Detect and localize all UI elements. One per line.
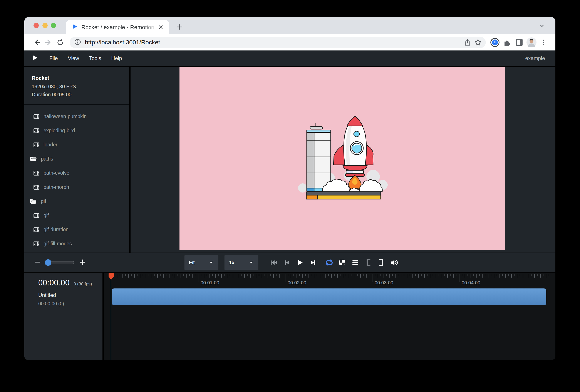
browser-tab[interactable]: Rocket / example - Remotion Pr xyxy=(66,20,169,34)
back-icon[interactable] xyxy=(31,36,43,48)
menu-item-file[interactable]: File xyxy=(44,53,63,64)
sidebar-composition-halloween-pumpkin[interactable]: halloween-pumpkin xyxy=(24,110,129,124)
timeline-rows-icon[interactable] xyxy=(351,258,360,267)
chevron-down-icon xyxy=(209,261,214,264)
tab-close-icon[interactable] xyxy=(157,23,164,31)
traffic-light-zoom[interactable] xyxy=(51,23,56,28)
rocket-illustration xyxy=(296,113,388,204)
ruler-time-label: 00:01.00 xyxy=(201,280,219,286)
current-timecode: 00:00.00 xyxy=(38,278,70,287)
track-start-time: 00:00.00 (0) xyxy=(38,301,103,306)
speed-dropdown[interactable]: 1x xyxy=(224,255,259,270)
traffic-light-minimize[interactable] xyxy=(42,23,48,28)
extensions-puzzle-icon[interactable] xyxy=(501,36,513,48)
ruler-second-tick xyxy=(198,274,198,282)
folder-open-icon xyxy=(30,156,37,162)
remotion-favicon-icon xyxy=(72,24,77,31)
share-icon[interactable] xyxy=(462,37,473,48)
menu-item-view[interactable]: View xyxy=(63,53,84,64)
playhead-line[interactable] xyxy=(111,272,111,360)
sidebar-composition-path-morph[interactable]: path-morph xyxy=(24,180,129,194)
menu-item-tools[interactable]: Tools xyxy=(84,53,106,64)
url-bar: http://localhost:3001/Rocket xyxy=(24,34,555,50)
menu-items: FileViewToolsHelp xyxy=(44,53,127,64)
film-icon xyxy=(33,184,39,190)
new-tab-button[interactable] xyxy=(174,22,185,32)
composition-list: halloween-pumpkinexploding-birdloaderpat… xyxy=(24,105,129,253)
sidebar-item-label: halloween-pumpkin xyxy=(43,114,87,120)
timeline: 00:00.00 0 (30 fps) Untitled 00:00.00 (0… xyxy=(24,272,555,360)
volume-icon[interactable] xyxy=(390,258,399,267)
film-icon xyxy=(33,142,39,148)
composition-resolution: 1920x1080, 30 FPS xyxy=(32,84,125,90)
transparency-checkerboard-icon[interactable] xyxy=(338,258,347,267)
composition-name: Rocket xyxy=(32,75,125,81)
sidebar-composition-loader[interactable]: loader xyxy=(24,138,129,152)
film-icon xyxy=(33,227,39,233)
tab-search-chevron-icon[interactable] xyxy=(539,23,545,29)
bookmark-star-icon[interactable] xyxy=(473,37,483,48)
onepassword-extension-icon[interactable] xyxy=(489,36,501,48)
ruler-time-label: 00:02.00 xyxy=(288,280,306,286)
zoom-slider-thumb[interactable] xyxy=(45,259,51,266)
sidebar-composition-gif[interactable]: gif xyxy=(24,208,129,223)
sidebar-composition-exploding-bird[interactable]: exploding-bird xyxy=(24,124,129,138)
sidebar-extension-icon[interactable] xyxy=(513,36,525,48)
sidebar-composition-path-evolve[interactable]: path-evolve xyxy=(24,166,129,180)
film-icon xyxy=(33,114,39,120)
menu-item-help[interactable]: Help xyxy=(106,53,127,64)
sequence-track-bar[interactable] xyxy=(112,288,546,305)
zoom-slider[interactable] xyxy=(46,261,74,264)
forward-icon[interactable] xyxy=(43,36,54,48)
skip-to-start-icon[interactable] xyxy=(269,258,279,267)
ruler-second-tick xyxy=(459,274,459,282)
transport-controls xyxy=(269,258,399,267)
reload-icon[interactable] xyxy=(54,36,66,48)
play-icon[interactable] xyxy=(295,258,304,267)
preview-area xyxy=(131,67,555,253)
in-point-bracket-icon[interactable] xyxy=(364,258,373,267)
composition-duration: Duration 00:05.00 xyxy=(32,92,125,98)
url-text[interactable]: http://localhost:3001/Rocket xyxy=(85,39,462,46)
sidebar-item-label: path-morph xyxy=(43,184,69,190)
sidebar-item-label: exploding-bird xyxy=(43,128,75,133)
timeline-tracks[interactable]: 00:01.0000:02.0000:03.0000:04.00 xyxy=(104,272,555,360)
sidebar-item-label: gif-duration xyxy=(43,227,69,233)
compositions-sidebar: Rocket 1920x1080, 30 FPS Duration 00:05.… xyxy=(24,67,131,253)
sidebar-item-label: gif xyxy=(43,213,49,218)
ruler-second-tick xyxy=(372,274,372,282)
browser-menu-dots-icon[interactable] xyxy=(538,36,550,48)
zoom-out-icon[interactable] xyxy=(34,259,41,266)
ruler-time-label: 00:04.00 xyxy=(462,280,480,286)
next-frame-icon[interactable] xyxy=(308,258,318,267)
sidebar-item-label: path-evolve xyxy=(43,170,69,176)
remotion-logo-icon[interactable] xyxy=(32,55,38,62)
sidebar-folder-gif[interactable]: gif xyxy=(24,194,129,208)
composition-info: Rocket 1920x1080, 30 FPS Duration 00:05.… xyxy=(24,67,129,98)
loop-icon[interactable] xyxy=(325,258,334,267)
profile-avatar[interactable] xyxy=(525,36,538,48)
film-icon xyxy=(33,213,39,219)
ruler-time-label: 00:03.00 xyxy=(375,280,393,286)
sidebar-composition-gif-fill-modes[interactable]: gif-fill-modes xyxy=(24,237,129,251)
sidebar-item-label: loader xyxy=(43,142,57,148)
tab-bar: Rocket / example - Remotion Pr xyxy=(24,17,555,34)
chevron-down-icon xyxy=(249,261,254,264)
speed-dropdown-value: 1x xyxy=(229,260,234,265)
size-dropdown[interactable]: Fit xyxy=(184,255,218,270)
current-frame-info: 0 (30 fps) xyxy=(74,281,92,286)
address-field[interactable]: http://localhost:3001/Rocket xyxy=(70,37,486,48)
size-dropdown-value: Fit xyxy=(189,260,195,265)
sidebar-folder-paths[interactable]: paths xyxy=(24,152,129,166)
site-info-icon[interactable] xyxy=(74,38,81,47)
folder-open-icon xyxy=(30,199,37,204)
sidebar-item-label: paths xyxy=(41,156,53,162)
previous-frame-icon[interactable] xyxy=(282,258,291,267)
sidebar-item-label: gif-fill-modes xyxy=(43,241,72,247)
playhead-handle[interactable] xyxy=(108,272,114,281)
video-canvas[interactable] xyxy=(179,67,505,250)
zoom-in-icon[interactable] xyxy=(79,259,86,266)
traffic-light-close[interactable] xyxy=(33,23,39,28)
sidebar-composition-gif-duration[interactable]: gif-duration xyxy=(24,223,129,237)
out-point-bracket-icon[interactable] xyxy=(377,258,386,267)
